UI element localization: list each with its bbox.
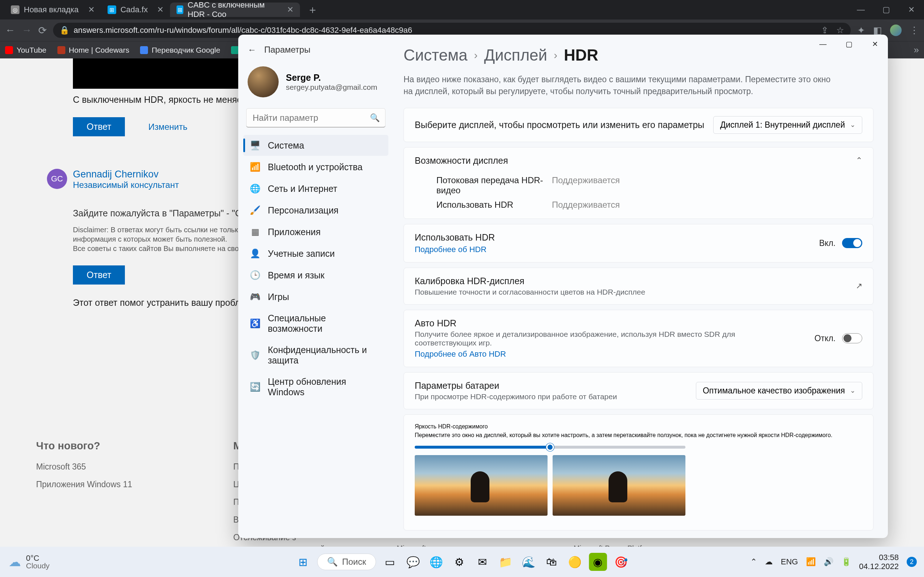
maximize-icon[interactable]: ▢ [874, 0, 899, 19]
share-icon[interactable]: ⇪ [821, 25, 828, 35]
sidebar-item-3[interactable]: 🖌️Персонализация [243, 200, 388, 221]
task-view-icon[interactable]: ▭ [381, 553, 399, 571]
sidebar-item-10[interactable]: 🔄Центр обновления Windows [243, 371, 388, 403]
search-field[interactable] [246, 108, 386, 128]
sidebar-item-8[interactable]: ♿Специальные возможности [243, 308, 388, 339]
maximize-icon[interactable]: ▢ [836, 35, 862, 53]
bookmark-codewars[interactable]: Home | Codewars [57, 46, 129, 55]
back-button[interactable]: ← Параметры [243, 45, 388, 63]
minimize-icon[interactable]: — [848, 0, 874, 19]
brightness-slider[interactable] [415, 446, 685, 449]
minimize-icon[interactable]: — [810, 35, 836, 53]
display-capabilities-header[interactable]: Возможности дисплея ⌃ [404, 148, 873, 174]
battery-icon[interactable]: 🔋 [842, 557, 851, 567]
tab-cada[interactable]: ⊞Cada.fx✕ [101, 3, 170, 17]
menu-icon[interactable]: ⋮ [909, 25, 919, 36]
close-icon[interactable]: ✕ [899, 0, 924, 19]
back-icon[interactable]: ← [5, 24, 15, 36]
close-icon[interactable]: ✕ [157, 5, 163, 15]
use-hdr-link[interactable]: Подробнее об HDR [415, 245, 495, 254]
breadcrumb: Система › Дисплей › HDR [404, 46, 874, 64]
rutracker-icon [231, 46, 239, 54]
notification-badge[interactable]: 2 [907, 557, 917, 567]
chrome-icon[interactable]: 🌐 [427, 553, 445, 571]
weather-widget[interactable]: ☁ 0°C Cloudy [0, 554, 50, 570]
bookmark-youtube[interactable]: YouTube [5, 46, 47, 55]
reply-button[interactable]: Ответ [73, 266, 125, 285]
sidebar-item-2[interactable]: 🌐Сеть и Интернет [243, 178, 388, 199]
taskbar-search[interactable]: 🔍Поиск [317, 554, 376, 570]
preview-sdr [415, 455, 548, 516]
use-hdr-toggle[interactable] [842, 238, 862, 248]
video-thumbnail[interactable] [73, 58, 254, 89]
close-icon[interactable]: ✕ [88, 5, 95, 15]
store-icon[interactable]: 🛍 [543, 553, 561, 571]
start-button[interactable]: ⊞ [294, 553, 312, 571]
auto-hdr-link[interactable]: Подробнее об Авто HDR [415, 350, 775, 359]
canary-icon[interactable]: 🟡 [565, 553, 584, 571]
edit-link[interactable]: Изменить [149, 122, 187, 132]
bookmark-translate[interactable]: Переводчик Google [140, 46, 220, 55]
breadcrumb-system[interactable]: Система [404, 46, 467, 64]
sidebar-item-label: Учетные записи [268, 248, 334, 259]
browser-tabstrip: ◎Новая вкладка✕ ⊞Cada.fx✕ ⊞CABC с включе… [0, 0, 924, 19]
new-tab-button[interactable]: ＋ [300, 3, 325, 17]
tab-cabc[interactable]: ⊞CABC с включенным HDR - Соо✕ [170, 3, 300, 17]
wifi-icon[interactable]: 📶 [806, 557, 816, 567]
nvidia-icon[interactable]: ◉ [589, 553, 607, 571]
tab-label: CABC с включенным HDR - Соо [188, 0, 278, 19]
search-icon: 🔍 [327, 557, 338, 567]
url-text: answers.microsoft.com/ru-ru/windows/foru… [74, 26, 412, 35]
chat-icon[interactable]: 💬 [404, 553, 422, 571]
sidebar-item-6[interactable]: 🕒Время и язык [243, 265, 388, 285]
onedrive-icon[interactable]: ☁ [765, 557, 773, 567]
search-icon: 🔍 [370, 113, 380, 122]
breadcrumb-display[interactable]: Дисплей [484, 46, 547, 64]
brightness-title: Яркость HDR-содержимого [415, 423, 862, 430]
footer-link[interactable]: Приложения Windows 11 [36, 480, 132, 489]
edge-icon[interactable]: 🌊 [519, 553, 538, 571]
footer-link[interactable]: Microsoft 365 [36, 462, 132, 472]
settings-icon[interactable]: ⚙ [450, 553, 468, 571]
extensions-icon[interactable]: ✦ [857, 25, 865, 36]
bookmarks-overflow-icon[interactable]: » [914, 44, 919, 56]
app-icon[interactable]: 🎯 [612, 553, 630, 571]
close-icon[interactable]: ✕ [862, 35, 888, 53]
star-icon[interactable]: ☆ [836, 25, 844, 35]
nav-icon: 📶 [250, 161, 261, 172]
language-indicator[interactable]: ENG [781, 557, 798, 567]
calib-title: Калибровка HDR-дисплея [415, 276, 645, 286]
select-value: Оптимальное качество изображения [703, 386, 845, 396]
avatar: GC [47, 169, 67, 189]
reload-icon[interactable]: ⟳ [38, 24, 47, 36]
auto-hdr-toggle[interactable] [842, 333, 862, 343]
display-select[interactable]: Дисплей 1: Внутренний дисплей ⌄ [713, 116, 862, 134]
sidebar-item-4[interactable]: ▦Приложения [243, 221, 388, 242]
user-card[interactable]: Serge P. sergey.putyata@gmail.com [243, 63, 388, 108]
clock[interactable]: 03:58 04.12.2022 [859, 553, 899, 571]
search-input[interactable]: 🔍 [246, 108, 386, 128]
cap-key: Потоковая передача HDR-видео [436, 175, 552, 195]
volume-icon[interactable]: 🔊 [824, 557, 834, 567]
reply-button[interactable]: Ответ [73, 117, 125, 136]
battery-select[interactable]: Оптимальное качество изображения ⌄ [696, 382, 862, 400]
use-hdr-title: Использовать HDR [415, 232, 495, 243]
close-icon[interactable]: ✕ [287, 5, 294, 15]
hdr-calibration-row[interactable]: Калибровка HDR-дисплея Повышение точност… [404, 268, 873, 305]
date: 04.12.2022 [859, 562, 899, 571]
sidebar-item-9[interactable]: 🛡️Конфиденциальность и защита [243, 340, 388, 371]
brightness-sub: Переместите это окно на дисплей, который… [415, 432, 848, 438]
description: На видео ниже показано, как будет выгляд… [404, 74, 840, 98]
sidebar-item-1[interactable]: 📶Bluetooth и устройства [243, 156, 388, 177]
profile-avatar[interactable] [890, 24, 901, 36]
slider-knob[interactable] [546, 443, 554, 451]
tab-new[interactable]: ◎Новая вкладка✕ [4, 3, 101, 17]
sidebar-item-7[interactable]: 🎮Игры [243, 286, 388, 307]
explorer-icon[interactable]: 📁 [496, 553, 514, 571]
sidepanel-icon[interactable]: ◧ [873, 25, 882, 36]
sidebar-item-0[interactable]: 🖥️Система [243, 135, 388, 156]
mail-icon[interactable]: ✉ [473, 553, 491, 571]
sidebar-item-5[interactable]: 👤Учетные записи [243, 243, 388, 264]
tray-chevron-icon[interactable]: ⌃ [750, 557, 757, 567]
toggle-state: Вкл. [819, 239, 835, 248]
